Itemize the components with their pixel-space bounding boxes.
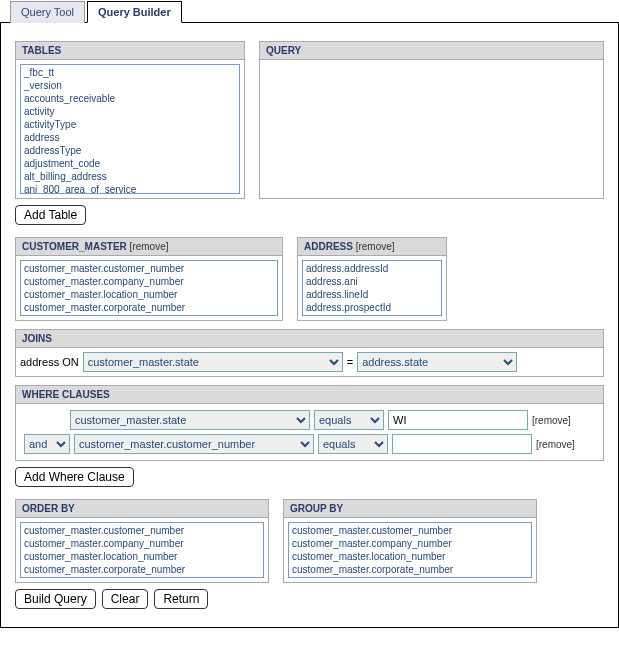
list-item[interactable]: accounts_receivable (22, 92, 238, 105)
list-item[interactable]: _version (22, 79, 238, 92)
customer-master-header: CUSTOMER_MASTER [remove] (16, 238, 282, 256)
tab-query-builder[interactable]: Query Builder (87, 1, 182, 23)
orderby-listbox[interactable]: customer_master.customer_numbercustomer_… (20, 522, 264, 578)
where-value-input[interactable] (392, 434, 532, 454)
join-eq: = (347, 356, 353, 368)
tab-bar: Query Tool Query Builder (0, 0, 619, 23)
list-item[interactable]: customer_master.corporate_number (22, 301, 276, 314)
list-item[interactable]: customer_master.customer_number (290, 524, 530, 537)
where-remove[interactable]: [remove] (536, 439, 575, 450)
list-item[interactable]: ani_800_area_of_service (22, 183, 238, 194)
list-item[interactable]: address.prospectId (304, 301, 440, 314)
query-panel: QUERY (259, 41, 604, 199)
where-panel: WHERE CLAUSES customer_master.state equa… (15, 385, 604, 461)
address-remove[interactable]: [remove] (356, 241, 395, 252)
list-item[interactable]: customer_master.location_number (22, 288, 276, 301)
list-item[interactable]: activityType (22, 118, 238, 131)
list-item[interactable]: customer_master.location_number (22, 550, 262, 563)
list-item[interactable]: activity (22, 105, 238, 118)
join-left-select[interactable]: customer_master.state (83, 352, 343, 372)
list-item[interactable]: address.addressId (304, 262, 440, 275)
list-item[interactable]: address.lineId (304, 288, 440, 301)
list-item[interactable]: customer_master.company_number (22, 537, 262, 550)
where-op-select[interactable]: equals (318, 434, 388, 454)
list-item[interactable]: customer_master.corporate_number (22, 563, 262, 576)
groupby-panel: GROUP BY customer_master.customer_number… (283, 499, 537, 583)
list-item[interactable]: _fbc_tt (22, 66, 238, 79)
list-item[interactable]: customer_master.customer_number (22, 262, 276, 275)
groupby-header: GROUP BY (284, 500, 536, 518)
query-textarea[interactable] (260, 60, 603, 196)
customer-master-remove[interactable]: [remove] (130, 241, 169, 252)
where-value-input[interactable] (388, 410, 528, 430)
joins-panel: JOINS address ON customer_master.state =… (15, 329, 604, 377)
add-table-button[interactable]: Add Table (15, 205, 86, 225)
where-header: WHERE CLAUSES (16, 386, 603, 404)
list-item[interactable]: customer_master.company_number (290, 537, 530, 550)
where-field-select[interactable]: customer_master.customer_number (74, 434, 314, 454)
list-item[interactable]: customer_master.corporate_number (290, 563, 530, 576)
orderby-panel: ORDER BY customer_master.customer_number… (15, 499, 269, 583)
add-where-button[interactable]: Add Where Clause (15, 467, 134, 487)
joins-header: JOINS (16, 330, 603, 348)
where-andor-select[interactable]: and (24, 434, 70, 454)
tab-query-tool[interactable]: Query Tool (10, 1, 85, 23)
join-prefix: address ON (20, 356, 79, 368)
address-header: ADDRESS [remove] (298, 238, 446, 256)
list-item[interactable]: address.ani (304, 275, 440, 288)
tables-header: TABLES (16, 42, 244, 60)
tables-listbox[interactable]: _fbc_tt_versionaccounts_receivableactivi… (20, 64, 240, 194)
groupby-listbox[interactable]: customer_master.customer_numbercustomer_… (288, 522, 532, 578)
list-item[interactable]: customer_master.company_number (22, 275, 276, 288)
orderby-header: ORDER BY (16, 500, 268, 518)
where-field-select[interactable]: customer_master.state (70, 410, 310, 430)
clear-button[interactable]: Clear (102, 589, 149, 609)
join-right-select[interactable]: address.state (357, 352, 517, 372)
build-query-button[interactable]: Build Query (15, 589, 96, 609)
address-panel: ADDRESS [remove] address.addressIdaddres… (297, 237, 447, 321)
list-item[interactable]: customer_master.location_number (290, 550, 530, 563)
list-item[interactable]: alt_billing_address (22, 170, 238, 183)
where-op-select[interactable]: equals (314, 410, 384, 430)
tables-panel: TABLES _fbc_tt_versionaccounts_receivabl… (15, 41, 245, 199)
list-item[interactable]: adjustment_code (22, 157, 238, 170)
address-listbox[interactable]: address.addressIdaddress.aniaddress.line… (302, 260, 442, 316)
list-item[interactable]: addressType (22, 144, 238, 157)
customer-master-listbox[interactable]: customer_master.customer_numbercustomer_… (20, 260, 278, 316)
where-remove[interactable]: [remove] (532, 415, 571, 426)
query-header: QUERY (260, 42, 603, 60)
list-item[interactable]: customer_master.customer_number (22, 524, 262, 537)
return-button[interactable]: Return (154, 589, 208, 609)
list-item[interactable]: address (22, 131, 238, 144)
builder-content: TABLES _fbc_tt_versionaccounts_receivabl… (0, 23, 619, 628)
customer-master-panel: CUSTOMER_MASTER [remove] customer_master… (15, 237, 283, 321)
